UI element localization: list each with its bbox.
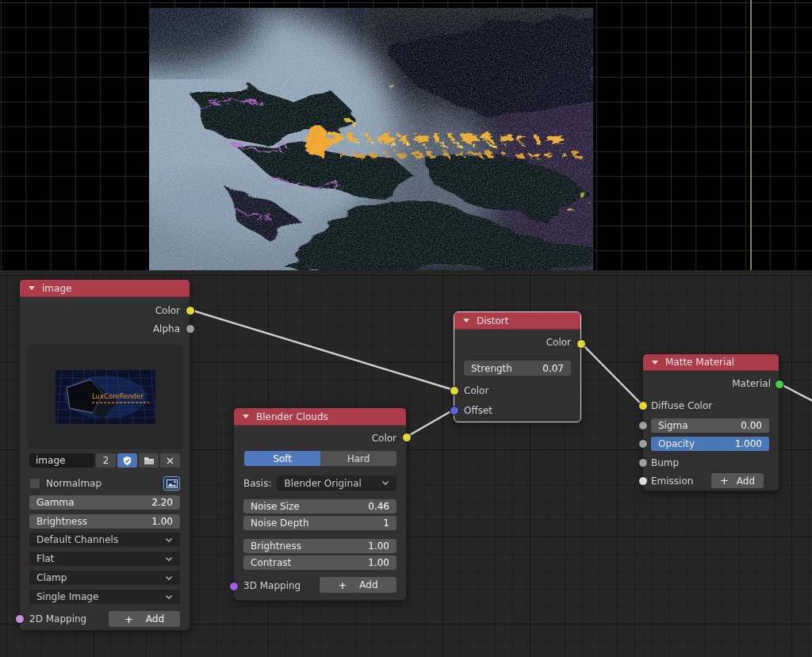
mapping-3d-add-button[interactable]: + Add: [320, 577, 396, 593]
clouds-brightness-value: 1.00: [368, 540, 389, 552]
image-name-field[interactable]: image: [29, 453, 94, 468]
add-button-label: Add: [146, 613, 164, 625]
offset-input-socket[interactable]: [450, 406, 459, 415]
noise-size-slider[interactable]: Noise Size 0.46: [243, 499, 396, 514]
picture-icon: [167, 479, 178, 488]
color-output-socket[interactable]: [402, 433, 412, 442]
output-color-label: Color: [155, 305, 180, 316]
bump-input-socket[interactable]: [638, 458, 648, 468]
channels-row: Default Channels: [29, 533, 180, 547]
color-input-socket[interactable]: [450, 386, 459, 395]
basis-dropdown[interactable]: Blender Original: [277, 476, 396, 491]
close-icon: [166, 456, 174, 465]
noise-depth-slider[interactable]: Noise Depth 1: [243, 516, 396, 530]
node-title: Blender Clouds: [256, 411, 328, 422]
add-button-label: Add: [359, 579, 377, 590]
plus-icon: +: [338, 579, 347, 591]
color-output-socket[interactable]: [186, 306, 195, 315]
color-output-socket[interactable]: [576, 339, 586, 349]
opacity-input-socket[interactable]: [638, 439, 648, 449]
diffuse-input-socket[interactable]: [638, 401, 648, 411]
input-row-diffuse: Diffuse Color: [651, 399, 771, 413]
contrast-row: Contrast 1.00: [243, 556, 396, 570]
opacity-slider[interactable]: Opacity 1.000: [651, 437, 769, 451]
sigma-label: Sigma: [658, 420, 688, 431]
collapse-icon[interactable]: [243, 414, 249, 418]
node-title: Distort: [477, 315, 509, 327]
collapse-icon[interactable]: [652, 361, 658, 365]
output-row-color: Color: [29, 304, 180, 318]
chevron-down-icon: [165, 575, 173, 581]
gamma-label: Gamma: [36, 497, 74, 508]
chevron-down-icon: [165, 594, 173, 600]
mapping-2d-add-button[interactable]: + Add: [109, 611, 180, 627]
projection-dropdown-value: Flat: [36, 553, 54, 564]
output-color-label: Color: [546, 337, 571, 348]
extension-dropdown[interactable]: Clamp: [29, 571, 180, 585]
hard-noise-button[interactable]: Hard: [320, 451, 396, 466]
normalmap-label: Normalmap: [46, 478, 102, 489]
input-row-bump: Bump: [651, 456, 771, 470]
node-distort-header[interactable]: Distort: [454, 312, 580, 330]
node-blender-clouds[interactable]: Blender Clouds Color Soft Hard Basis: Bl…: [233, 407, 407, 601]
chevron-down-icon: [381, 480, 389, 486]
basis-label: Basis:: [243, 478, 271, 489]
clouds-brightness-row: Brightness 1.00: [243, 539, 396, 553]
plus-icon: +: [124, 613, 133, 625]
material-output-socket[interactable]: [775, 380, 784, 389]
noise-size-label: Noise Size: [251, 501, 300, 512]
open-image-button[interactable]: [139, 453, 159, 468]
shield-check-icon: [122, 456, 132, 466]
mapping-2d-input-socket[interactable]: [15, 614, 25, 624]
clouds-brightness-slider[interactable]: Brightness 1.00: [243, 539, 396, 553]
node-matte-material[interactable]: Matte Material Material Diffuse Color Si…: [642, 353, 779, 491]
brightness-slider[interactable]: Brightness 1.00: [29, 514, 180, 529]
strength-label: Strength: [471, 363, 512, 374]
output-row-color: Color: [243, 431, 396, 445]
opacity-row: Opacity 1.000: [651, 437, 769, 451]
soft-noise-button[interactable]: Soft: [244, 451, 320, 466]
node-clouds-header[interactable]: Blender Clouds: [234, 408, 406, 426]
image-thumbnail: LuxCoreRender: [56, 370, 155, 424]
source-dropdown[interactable]: Single Image: [29, 590, 180, 604]
plus-icon: +: [720, 475, 729, 487]
fake-user-shield-button[interactable]: [117, 453, 137, 468]
noise-size-row: Noise Size 0.46: [243, 499, 396, 514]
normalmap-checkbox[interactable]: [29, 478, 40, 489]
gamma-value: 2.20: [151, 497, 173, 508]
node-image[interactable]: image Color Alpha LuxCoreRender: [19, 279, 190, 631]
mapping-2d-label: 2D Mapping: [29, 613, 86, 625]
projection-row: Flat: [29, 552, 180, 566]
contrast-slider[interactable]: Contrast 1.00: [243, 556, 396, 570]
strength-slider[interactable]: Strength 0.07: [464, 361, 571, 376]
emission-input-socket[interactable]: [638, 476, 648, 486]
node-title: Matte Material: [665, 357, 734, 368]
sigma-input-socket[interactable]: [638, 421, 648, 430]
image-viewer-region[interactable]: [0, 0, 812, 270]
add-button-label: Add: [737, 476, 755, 487]
mapping-3d-input-socket[interactable]: [229, 582, 239, 591]
chevron-down-icon: [165, 537, 173, 543]
node-image-header[interactable]: image: [20, 280, 190, 297]
node-distort[interactable]: Distort Color Strength 0.07 Color Offset: [454, 311, 581, 422]
contrast-value: 1.00: [368, 557, 389, 568]
collapse-icon[interactable]: [29, 286, 35, 290]
collapse-icon[interactable]: [463, 319, 469, 323]
projection-dropdown[interactable]: Flat: [29, 552, 180, 566]
output-row-material: Material: [651, 376, 771, 391]
image-preview-button[interactable]: [163, 476, 180, 491]
mapping-3d-label: 3D Mapping: [243, 580, 301, 591]
folder-icon: [144, 456, 155, 465]
users-count-badge[interactable]: 2: [96, 453, 116, 468]
sigma-value: 0.00: [741, 420, 762, 431]
brightness-row: Brightness 1.00: [29, 514, 180, 529]
render-preview-image: [149, 8, 593, 270]
unlink-image-button[interactable]: [160, 453, 180, 468]
noise-type-segmented: Soft Hard: [244, 451, 396, 466]
alpha-output-socket[interactable]: [186, 324, 195, 334]
emission-add-button[interactable]: + Add: [711, 473, 764, 488]
gamma-slider[interactable]: Gamma 2.20: [29, 495, 180, 510]
node-matte-header[interactable]: Matte Material: [643, 354, 779, 371]
channels-dropdown[interactable]: Default Channels: [29, 533, 180, 547]
sigma-slider[interactable]: Sigma 0.00: [651, 418, 769, 433]
